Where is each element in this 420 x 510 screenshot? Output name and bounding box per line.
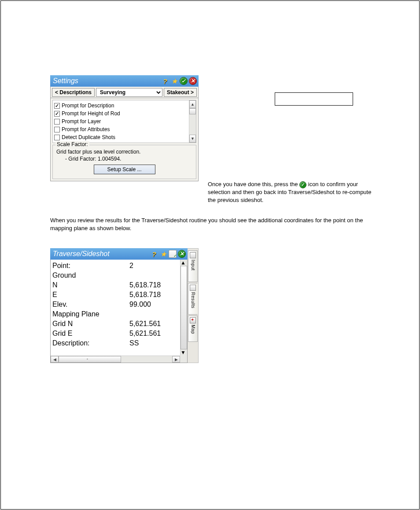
- check-detect-duplicate[interactable]: Detect Duplicate Shots: [54, 133, 189, 141]
- result-row: E5,618.718: [52, 290, 178, 300]
- tab-results[interactable]: Results: [188, 283, 198, 315]
- scroll-corner: [180, 356, 187, 363]
- instruction-paragraph-1: Once you have done this, press the ✓ ico…: [208, 180, 375, 205]
- check-prompt-description[interactable]: ✓ Prompt for Description: [54, 102, 189, 110]
- callout-box: [275, 92, 353, 106]
- result-row: Grid E5,621.561: [52, 329, 178, 338]
- scale-factor-line1: Grid factor plus sea level correction.: [56, 149, 192, 155]
- settings-window: Settings ? ★ ✓ ✕ < Descriptions Surveyin…: [50, 75, 199, 181]
- help-icon[interactable]: ?: [150, 250, 158, 258]
- checkbox-icon[interactable]: ✓: [54, 103, 60, 109]
- checkbox-icon[interactable]: [54, 127, 60, 132]
- result-row: N5,618.718: [52, 280, 178, 290]
- prev-tab-button[interactable]: < Descriptions: [52, 88, 95, 97]
- setup-scale-button[interactable]: Setup Scale ...: [94, 165, 155, 174]
- scroll-thumb[interactable]: [59, 356, 121, 363]
- traverse-body: Point:2 Ground N5,618.718 E5,618.718 Ele…: [50, 260, 188, 363]
- result-row: Elev.99.000: [52, 300, 178, 309]
- scroll-right-icon[interactable]: ▶: [172, 356, 180, 363]
- scroll-up-icon[interactable]: ▲: [181, 260, 187, 266]
- tab-map-label: Map: [191, 325, 195, 334]
- check-prompt-height-rod[interactable]: ✓ Prompt for Height of Rod: [54, 110, 189, 117]
- results-icon: [190, 285, 196, 291]
- result-row: Mapping Plane: [52, 309, 178, 319]
- tab-input[interactable]: Input: [188, 250, 198, 282]
- favorite-icon[interactable]: ★: [170, 77, 178, 85]
- check-label: Prompt for Layer: [62, 118, 101, 125]
- scroll-thumb[interactable]: [189, 108, 196, 114]
- settings-body: ✓ Prompt for Description ✓ Prompt for He…: [50, 98, 199, 181]
- scroll-down-icon[interactable]: ▼: [189, 135, 196, 143]
- checkbox-icon[interactable]: [54, 119, 60, 125]
- ok-icon[interactable]: ✓: [180, 77, 188, 85]
- scale-factor-legend: Scale Factor:: [55, 141, 89, 147]
- result-row: Point:2: [52, 261, 178, 271]
- scale-factor-line2: - Grid Factor: 1.004594.: [56, 156, 192, 162]
- scroll-left-icon[interactable]: ◀: [51, 356, 59, 363]
- map-icon: [190, 317, 196, 323]
- result-row: Ground: [52, 271, 178, 280]
- input-icon: [190, 252, 196, 258]
- result-row: Description:SS: [52, 338, 178, 348]
- instruction-paragraph-2: When you review the results for the Trav…: [50, 216, 372, 232]
- side-tabs: Input Results Map: [188, 248, 199, 363]
- check-label: Prompt for Height of Rod: [62, 110, 120, 117]
- ok-icon: ✓: [299, 181, 306, 188]
- clipboard-icon[interactable]: [169, 250, 177, 258]
- checkbox-icon[interactable]: ✓: [54, 111, 60, 117]
- settings-titlebar: Settings ? ★ ✓ ✕: [50, 75, 199, 87]
- scroll-thumb[interactable]: [181, 266, 187, 349]
- close-icon[interactable]: ✕: [189, 77, 197, 85]
- results-hscroll[interactable]: ◀ ▶: [51, 356, 180, 363]
- scale-factor-group: Scale Factor: Grid factor plus sea level…: [52, 145, 196, 179]
- scroll-up-icon[interactable]: ▲: [189, 100, 196, 108]
- settings-title: Settings: [53, 77, 160, 85]
- favorite-icon[interactable]: ★: [159, 250, 167, 258]
- tab-map[interactable]: Map: [188, 316, 198, 342]
- help-icon[interactable]: ?: [161, 77, 169, 85]
- check-label: Prompt for Attributes: [62, 126, 110, 132]
- traverse-title: Traverse/Sideshot: [53, 250, 149, 258]
- check-label: Detect Duplicate Shots: [62, 134, 115, 140]
- checklist-scrollbar[interactable]: ▲ ▼: [189, 100, 196, 143]
- scroll-down-icon[interactable]: ▼: [181, 349, 187, 356]
- traverse-titlebar: Traverse/Sideshot ? ★ ✕: [50, 248, 188, 260]
- results-vscroll[interactable]: ▲ ▼: [180, 260, 187, 356]
- results-area: Point:2 Ground N5,618.718 E5,618.718 Ele…: [51, 260, 180, 356]
- settings-checklist: ✓ Prompt for Description ✓ Prompt for He…: [52, 100, 196, 143]
- tab-select[interactable]: Surveying: [96, 88, 162, 97]
- tab-input-label: Input: [191, 260, 195, 271]
- check-prompt-attributes[interactable]: Prompt for Attributes: [54, 125, 189, 133]
- check-label: Prompt for Description: [62, 103, 114, 109]
- settings-tab-row: < Descriptions Surveying Stakeout >: [50, 87, 199, 98]
- traverse-window: Traverse/Sideshot ? ★ ✕ Point:2 Ground N…: [50, 248, 199, 363]
- close-icon[interactable]: ✕: [178, 250, 186, 258]
- checkbox-icon[interactable]: [54, 135, 60, 140]
- result-row: Grid N5,621.561: [52, 319, 178, 329]
- tab-results-label: Results: [191, 292, 195, 308]
- next-tab-button[interactable]: Stakeout >: [164, 88, 197, 97]
- check-prompt-layer[interactable]: Prompt for Layer: [54, 117, 189, 125]
